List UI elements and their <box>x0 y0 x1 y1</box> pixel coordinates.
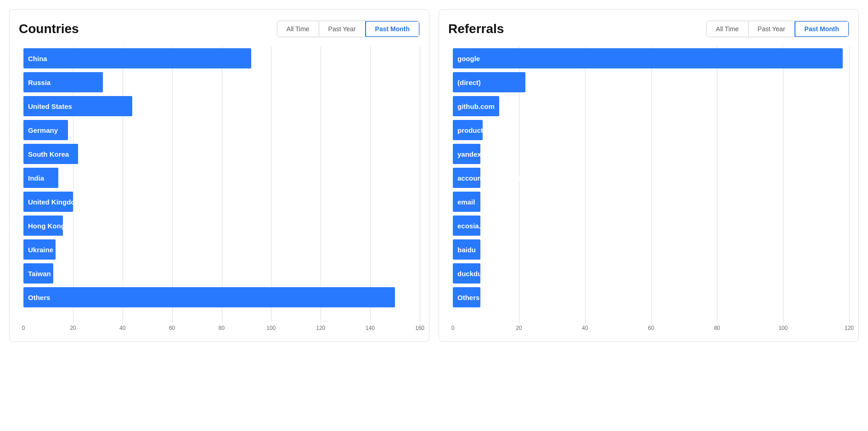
bar-row: India <box>23 166 420 190</box>
bar-label: google <box>457 55 480 62</box>
x-tick: 100 <box>778 325 788 331</box>
bar-row: email <box>453 190 849 214</box>
bar-google[interactable]: google <box>453 48 843 68</box>
bar-email[interactable]: email <box>453 192 480 212</box>
bar-container: Russia <box>23 70 420 94</box>
bar-github.com[interactable]: github.com <box>453 96 499 116</box>
bar-germany[interactable]: Germany <box>23 120 68 140</box>
bar-container: product <box>453 118 849 142</box>
bar-russia[interactable]: Russia <box>23 72 103 92</box>
bar-unitedkingdom[interactable]: United Kingdom <box>23 192 73 212</box>
bar-label: yandex.ru <box>457 150 490 158</box>
bar-container: South Korea <box>23 142 420 166</box>
bar-yandex.ru[interactable]: yandex.ru <box>453 144 480 164</box>
referrals-pastyear-btn[interactable]: Past Year <box>749 22 795 36</box>
bar-hongkong[interactable]: Hong Kong <box>23 216 63 236</box>
x-tick: 60 <box>648 325 654 331</box>
countries-chart: ChinaRussiaUnited StatesGermanySouth Kor… <box>19 46 420 323</box>
countries-pastmonth-btn[interactable]: Past Month <box>365 21 420 37</box>
bar-row: github.com <box>453 94 849 118</box>
bar-row: Hong Kong <box>23 214 420 238</box>
x-tick: 40 <box>582 325 588 331</box>
bar-india[interactable]: India <box>23 168 58 188</box>
countries-alltime-btn[interactable]: All Time <box>277 22 319 36</box>
bar-accounts.google.com[interactable]: accounts.google.com <box>453 168 480 188</box>
bar-row: (direct) <box>453 70 849 94</box>
bar-row: United States <box>23 94 420 118</box>
referrals-panel: Referrals All Time Past Year Past Month … <box>439 9 859 342</box>
countries-pastyear-btn[interactable]: Past Year <box>319 22 366 36</box>
bar-label: ecosia.org <box>457 222 492 230</box>
bar-label: github.com <box>457 102 495 110</box>
bar-row: Russia <box>23 70 420 94</box>
x-tick: 80 <box>714 325 720 331</box>
bar-ecosia.org[interactable]: ecosia.org <box>453 216 480 236</box>
bar-container: Hong Kong <box>23 214 420 238</box>
bar-row: google <box>453 46 849 70</box>
bar-ukraine[interactable]: Ukraine <box>23 239 56 260</box>
bar-row: duckduckgo <box>453 261 849 285</box>
bar-row: Others <box>453 285 849 309</box>
countries-title: Countries <box>19 22 79 36</box>
bar-container: baidu <box>453 238 849 261</box>
countries-time-filter: All Time Past Year Past Month <box>277 21 420 37</box>
x-tick: 120 <box>845 325 854 331</box>
referrals-time-filter: All Time Past Year Past Month <box>706 21 849 37</box>
bar-container: accounts.google.com <box>453 166 849 190</box>
bar-row: ecosia.org <box>453 214 849 238</box>
bar-container: email <box>453 190 849 214</box>
bar-(direct)[interactable]: (direct) <box>453 72 525 92</box>
referrals-chart-wrapper: google(direct)github.comproductyandex.ru… <box>448 46 849 334</box>
bar-product[interactable]: product <box>453 120 483 140</box>
bar-label: India <box>28 174 44 182</box>
bar-label: Ukraine <box>28 246 53 254</box>
bar-container: Others <box>23 285 420 309</box>
bar-container: Germany <box>23 118 420 142</box>
dashboard: Countries All Time Past Year Past Month … <box>9 9 859 342</box>
bar-baidu[interactable]: baidu <box>453 239 480 260</box>
bar-row: baidu <box>453 238 849 261</box>
x-tick: 80 <box>219 325 225 331</box>
bar-label: South Korea <box>28 150 69 158</box>
bar-container: duckduckgo <box>453 261 849 285</box>
bar-row: Others <box>23 285 420 309</box>
referrals-x-axis: 020406080100120 <box>453 325 849 334</box>
bar-container: ecosia.org <box>453 214 849 238</box>
x-tick: 20 <box>70 325 76 331</box>
bar-label: product <box>457 126 483 134</box>
bar-container: github.com <box>453 94 849 118</box>
referrals-pastmonth-btn[interactable]: Past Month <box>795 21 849 37</box>
bar-row: South Korea <box>23 142 420 166</box>
bar-container: United States <box>23 94 420 118</box>
bar-label: United States <box>28 102 72 110</box>
bar-container: China <box>23 46 420 70</box>
bar-row: Germany <box>23 118 420 142</box>
referrals-alltime-btn[interactable]: All Time <box>707 22 749 36</box>
bar-container: google <box>453 46 849 70</box>
bar-duckduckgo[interactable]: duckduckgo <box>453 263 480 284</box>
bar-others[interactable]: Others <box>23 287 395 307</box>
bar-container: Others <box>453 285 849 309</box>
bar-label: email <box>457 198 475 206</box>
countries-chart-wrapper: ChinaRussiaUnited StatesGermanySouth Kor… <box>19 46 420 334</box>
bar-container: United Kingdom <box>23 190 420 214</box>
bar-container: Ukraine <box>23 238 420 261</box>
bar-china[interactable]: China <box>23 48 251 68</box>
countries-panel: Countries All Time Past Year Past Month … <box>9 9 429 342</box>
bar-taiwan[interactable]: Taiwan <box>23 263 53 284</box>
bar-southkorea[interactable]: South Korea <box>23 144 78 164</box>
bar-others[interactable]: Others <box>453 287 480 307</box>
countries-x-axis: 020406080100120140160 <box>23 325 420 334</box>
bar-row: Taiwan <box>23 261 420 285</box>
grid-line <box>420 46 420 323</box>
bar-label: Germany <box>28 126 58 134</box>
x-tick: 140 <box>366 325 375 331</box>
bar-label: Others <box>457 294 479 301</box>
bar-label: China <box>28 55 47 62</box>
x-tick: 160 <box>415 325 424 331</box>
bar-unitedstates[interactable]: United States <box>23 96 132 116</box>
bar-row: accounts.google.com <box>453 166 849 190</box>
x-tick: 60 <box>169 325 175 331</box>
grid-line <box>849 46 850 323</box>
bar-label: (direct) <box>457 79 481 86</box>
